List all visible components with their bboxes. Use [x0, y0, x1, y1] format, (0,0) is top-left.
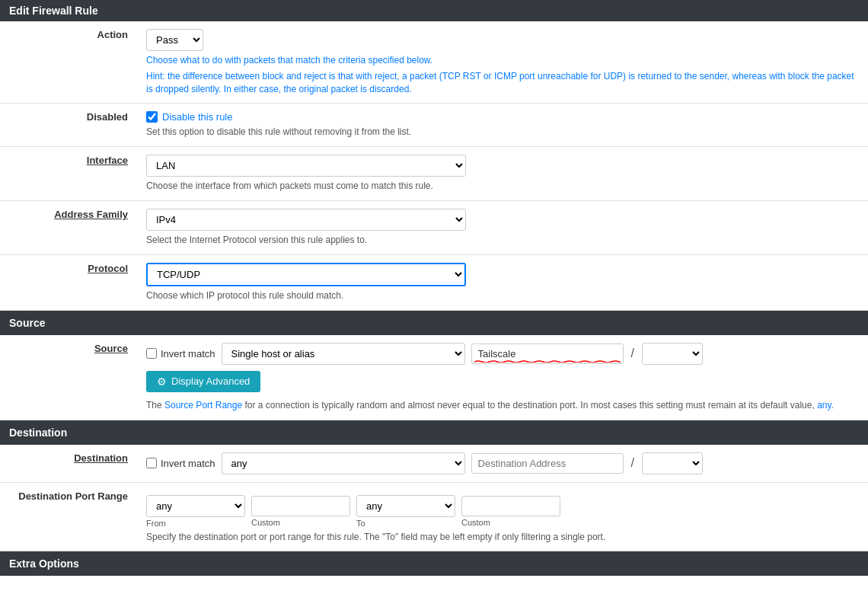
destination-row: Destination Invert match any Single host… — [0, 445, 868, 483]
action-content: Pass Block Reject Choose what to do with… — [137, 21, 868, 104]
dest-type-select[interactable]: any Single host or alias Network WAN add… — [222, 452, 465, 474]
custom-from-input[interactable] — [251, 496, 350, 516]
from-port-select[interactable]: any HTTP HTTPS SSH Custom — [146, 495, 245, 517]
slash-separator: / — [630, 347, 636, 360]
disabled-row: Disabled Disable this rule Set this opti… — [0, 104, 868, 147]
source-cidr-select[interactable] — [642, 343, 703, 365]
source-row: Source Invert match Single host or alias… — [0, 335, 868, 420]
tailscale-squiggle — [474, 360, 621, 363]
to-label: To — [356, 519, 455, 528]
dest-invert-label[interactable]: Invert match — [146, 458, 215, 469]
disable-rule-checkbox[interactable] — [146, 111, 158, 123]
source-section-header: Source — [0, 311, 868, 335]
from-col: any HTTP HTTPS SSH Custom From — [146, 495, 245, 528]
interface-content: LAN WAN Choose the interface from which … — [137, 147, 868, 201]
action-row: Action Pass Block Reject Choose what to … — [0, 21, 868, 104]
source-content: Invert match Single host or alias any Ne… — [137, 335, 868, 420]
address-family-content: IPv4 IPv6 IPv4+IPv6 Select the Internet … — [137, 200, 868, 254]
dest-port-range-label: Destination Port Range — [0, 482, 137, 551]
display-advanced-wrapper: ⚙ Display Advanced — [146, 365, 859, 392]
protocol-label: Protocol — [0, 254, 137, 310]
dest-cidr-select[interactable] — [642, 452, 703, 474]
source-invert-checkbox[interactable] — [146, 348, 157, 359]
address-family-label: Address Family — [0, 200, 137, 254]
action-hint1: Choose what to do with packets that matc… — [146, 54, 859, 67]
action-hint2: Hint: the difference between block and r… — [146, 70, 859, 96]
tailscale-wrapper — [471, 343, 624, 364]
action-select[interactable]: Pass Block Reject — [146, 29, 203, 51]
disabled-hint: Set this option to disable this rule wit… — [146, 126, 859, 139]
any-link: any — [817, 400, 831, 411]
source-invert-text: Invert match — [161, 348, 215, 359]
source-label: Source — [0, 335, 137, 420]
from-label: From — [146, 519, 245, 528]
address-family-select[interactable]: IPv4 IPv6 IPv4+IPv6 — [146, 209, 466, 231]
dest-port-range-content: any HTTP HTTPS SSH Custom From Custom an… — [137, 482, 868, 551]
dest-port-range-row: Destination Port Range any HTTP HTTPS SS… — [0, 482, 868, 551]
custom-from-label: Custom — [251, 518, 350, 527]
destination-section-header: Destination — [0, 420, 868, 445]
custom-to-input[interactable] — [461, 496, 560, 516]
source-type-select[interactable]: Single host or alias any Network WAN add… — [222, 343, 465, 365]
dest-invert-text: Invert match — [161, 458, 215, 469]
protocol-select[interactable]: TCP/UDP TCP UDP ICMP any — [146, 263, 466, 286]
protocol-hint: Choose which IP protocol this rule shoul… — [146, 289, 859, 302]
display-advanced-label: Display Advanced — [171, 375, 250, 387]
destination-label: Destination — [0, 445, 137, 483]
dest-address-input[interactable] — [471, 453, 624, 474]
interface-label: Interface — [0, 147, 137, 201]
gear-icon: ⚙ — [157, 375, 167, 388]
custom-to-col: Custom — [461, 496, 560, 527]
interface-hint: Choose the interface from which packets … — [146, 180, 859, 193]
dest-slash-separator: / — [630, 456, 636, 470]
protocol-row: Protocol TCP/UDP TCP UDP ICMP any Choose… — [0, 254, 868, 310]
to-col: any HTTP HTTPS SSH Custom To — [356, 495, 455, 528]
disabled-content: Disable this rule Set this option to dis… — [137, 104, 868, 147]
source-port-hint: The Source Port Range for a connection i… — [146, 398, 859, 412]
action-label: Action — [0, 21, 137, 104]
display-advanced-button[interactable]: ⚙ Display Advanced — [146, 371, 260, 392]
custom-from-col: Custom — [251, 496, 350, 527]
source-port-range-link: Source Port Range — [164, 400, 242, 411]
extra-options-header: Extra Options — [0, 551, 868, 576]
dest-port-hint: Specify the destination port or port ran… — [146, 531, 859, 544]
page-title-bar: Edit Firewall Rule — [0, 0, 868, 21]
address-family-hint: Select the Internet Protocol version thi… — [146, 234, 859, 247]
disable-rule-text: Disable this rule — [162, 111, 233, 123]
dest-invert-checkbox[interactable] — [146, 458, 157, 468]
destination-content: Invert match any Single host or alias Ne… — [137, 445, 868, 483]
source-invert-label[interactable]: Invert match — [146, 348, 215, 359]
address-family-row: Address Family IPv4 IPv6 IPv4+IPv6 Selec… — [0, 200, 868, 254]
protocol-content: TCP/UDP TCP UDP ICMP any Choose which IP… — [137, 254, 868, 310]
disabled-label: Disabled — [0, 104, 137, 147]
custom-to-label: Custom — [461, 518, 560, 527]
to-port-select[interactable]: any HTTP HTTPS SSH Custom — [356, 495, 455, 517]
interface-row: Interface LAN WAN Choose the interface f… — [0, 147, 868, 201]
disable-rule-label[interactable]: Disable this rule — [146, 111, 859, 123]
interface-select[interactable]: LAN WAN — [146, 155, 466, 177]
